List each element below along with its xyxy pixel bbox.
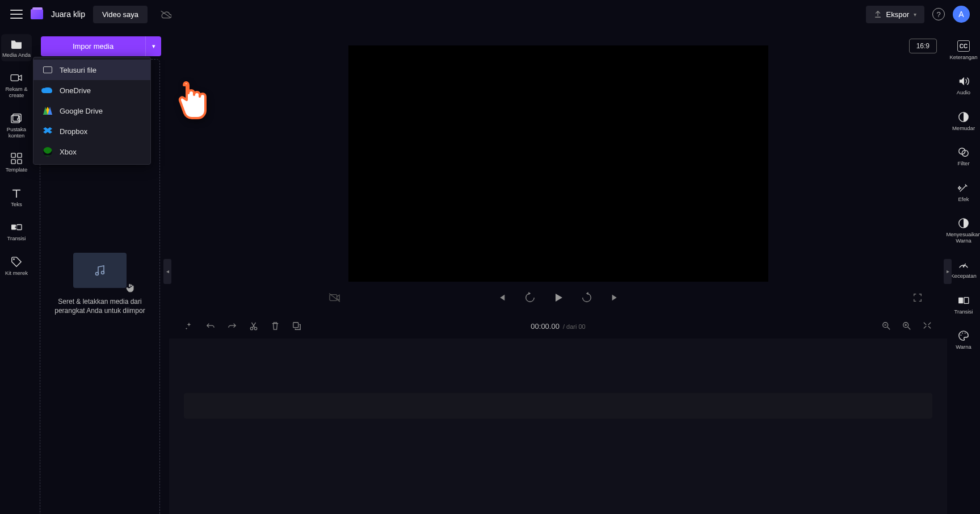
- svg-rect-14: [330, 295, 337, 301]
- import-option-onedrive[interactable]: OneDrive: [33, 80, 150, 101]
- skip-back-button[interactable]: [495, 291, 508, 304]
- sidebar-item-text[interactable]: Teks: [1, 183, 32, 211]
- dropdown-item-label: Dropbox: [60, 127, 87, 136]
- transition-clip-icon: [957, 294, 970, 307]
- sidebar-item-label: Template: [6, 167, 28, 173]
- duplicate-button[interactable]: [292, 321, 302, 331]
- right-item-caption[interactable]: CC Keterangan: [948, 36, 979, 64]
- sparkle-icon: [957, 182, 970, 194]
- import-option-dropbox[interactable]: Dropbox: [33, 121, 150, 141]
- zoom-in-button[interactable]: [902, 321, 912, 331]
- svg-rect-6: [18, 153, 22, 157]
- current-time: 00:00.00: [531, 322, 560, 331]
- skip-forward-button[interactable]: [608, 291, 622, 304]
- right-item-label: Warna: [956, 344, 971, 350]
- right-item-filter[interactable]: Filter: [948, 143, 979, 170]
- video-canvas: [348, 45, 768, 282]
- timeline-empty-track[interactable]: [184, 393, 932, 419]
- fit-timeline-button[interactable]: [922, 321, 932, 331]
- svg-point-28: [961, 335, 962, 336]
- export-label: Ekspor: [886, 10, 909, 19]
- svg-point-25: [963, 266, 965, 268]
- export-button[interactable]: Ekspor ▾: [866, 6, 924, 23]
- sidebar-item-brandkit[interactable]: Kit merek: [1, 252, 32, 279]
- right-item-label: Transisi: [954, 309, 973, 315]
- magic-icon[interactable]: [184, 321, 194, 331]
- dropdown-item-label: OneDrive: [60, 86, 91, 95]
- xbox-icon: [43, 147, 53, 157]
- my-videos-button[interactable]: Video saya: [93, 6, 148, 23]
- delete-button[interactable]: [270, 321, 280, 331]
- dropzone-hint-text: Seret & letakkan media dari perangkat An…: [49, 297, 150, 315]
- sidebar-item-transitions[interactable]: Transisi: [1, 218, 32, 245]
- right-item-color[interactable]: Warna: [948, 326, 979, 353]
- play-button[interactable]: [552, 291, 565, 304]
- sidebar-item-media[interactable]: Media Anda: [1, 34, 32, 61]
- right-item-adjust-color[interactable]: Menyesuaikan Warna: [948, 214, 979, 247]
- import-option-browse[interactable]: Telusuri file: [33, 60, 150, 80]
- sidebar-item-label: Media Anda: [2, 52, 31, 58]
- svg-rect-8: [18, 160, 22, 164]
- media-placeholder-tile: [73, 253, 127, 288]
- camera-off-icon[interactable]: [328, 291, 342, 304]
- aspect-ratio-selector[interactable]: 16:9: [909, 39, 937, 53]
- project-title: Juara klip: [51, 10, 85, 19]
- right-item-label: Keterangan: [949, 55, 977, 60]
- onedrive-icon: [43, 85, 53, 95]
- svg-point-12: [96, 273, 99, 275]
- monitor-icon: [43, 65, 53, 75]
- sidebar-item-template[interactable]: Template: [1, 149, 32, 176]
- sidebar-item-library[interactable]: Pustaka konten: [1, 108, 32, 142]
- chevron-down-icon: ▾: [914, 11, 916, 18]
- sidebar-item-label: Kit merek: [5, 270, 28, 276]
- zoom-out-button[interactable]: [881, 321, 891, 331]
- import-dropdown-toggle[interactable]: ▾: [145, 36, 161, 56]
- timeline-track-area[interactable]: [169, 339, 947, 514]
- duration-label: / dari 00: [563, 323, 586, 330]
- right-item-speed[interactable]: Kecepatan: [948, 255, 979, 282]
- right-item-label: Kecepatan: [950, 273, 976, 279]
- svg-rect-7: [11, 160, 15, 164]
- camera-icon: [10, 72, 23, 84]
- sidebar-item-record[interactable]: Rekam & create: [1, 68, 32, 102]
- redo-button[interactable]: [227, 322, 237, 330]
- svg-point-11: [13, 258, 15, 260]
- rewind-button[interactable]: [523, 291, 537, 304]
- sidebar-item-label: Transisi: [7, 236, 26, 241]
- collapse-panel-right-button[interactable]: ▸: [944, 259, 952, 284]
- import-media-button[interactable]: Impor media: [41, 36, 145, 56]
- fullscreen-button[interactable]: [911, 291, 924, 304]
- help-button[interactable]: ?: [932, 8, 945, 20]
- import-dropdown-menu: Telusuri file OneDrive Google Drive Drop…: [33, 57, 151, 165]
- svg-rect-1: [11, 75, 18, 81]
- undo-button[interactable]: [205, 322, 216, 330]
- right-item-label: Filter: [957, 161, 969, 166]
- grab-cursor-icon: [124, 281, 137, 294]
- transition-icon: [10, 221, 23, 233]
- import-option-xbox[interactable]: Xbox: [33, 141, 150, 162]
- sidebar-item-label: Rekam & create: [1, 86, 32, 98]
- right-item-effects[interactable]: Efek: [948, 178, 979, 206]
- text-icon: [10, 187, 23, 199]
- right-item-audio[interactable]: Audio: [948, 72, 979, 99]
- tutorial-pointer-icon: [172, 81, 206, 122]
- app-logo-icon: [31, 9, 43, 19]
- import-option-gdrive[interactable]: Google Drive: [33, 101, 150, 121]
- right-item-transition[interactable]: Transisi: [948, 291, 979, 318]
- svg-rect-18: [293, 323, 298, 328]
- dropdown-item-label: Google Drive: [60, 107, 103, 115]
- svg-point-13: [102, 271, 104, 274]
- svg-rect-5: [11, 153, 15, 157]
- right-item-fade[interactable]: Memudar: [948, 107, 979, 135]
- cloud-sync-off-icon[interactable]: [160, 10, 171, 19]
- menu-button[interactable]: [10, 10, 23, 19]
- split-button[interactable]: [249, 321, 259, 331]
- sidebar-item-label: Pustaka konten: [1, 127, 32, 139]
- google-drive-icon: [43, 106, 53, 116]
- user-avatar[interactable]: A: [953, 6, 970, 23]
- forward-button[interactable]: [580, 291, 594, 304]
- filter-icon: [957, 146, 970, 158]
- right-item-label: Audio: [957, 90, 970, 95]
- template-icon: [10, 152, 23, 165]
- svg-rect-27: [964, 297, 969, 303]
